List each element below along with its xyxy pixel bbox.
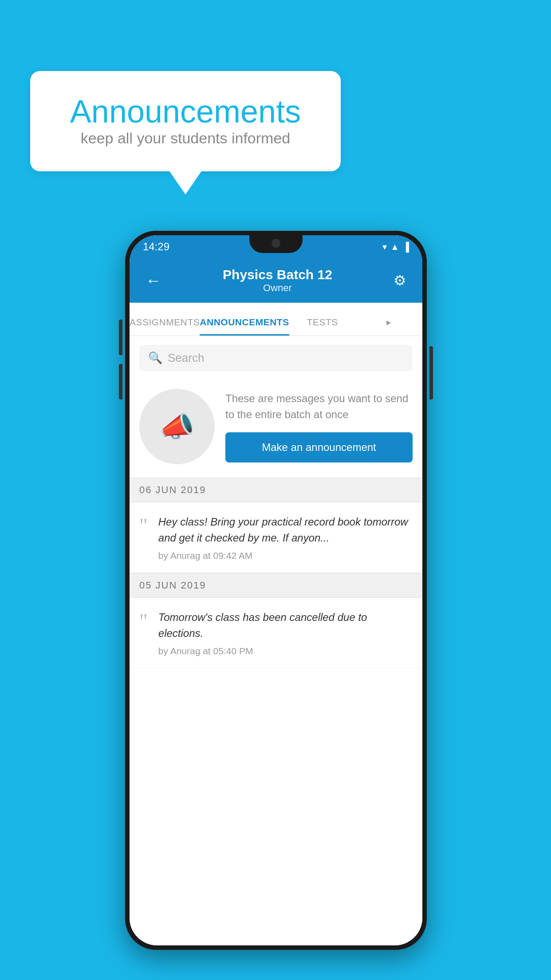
settings-button[interactable]: ⚙ bbox=[389, 268, 411, 293]
app-bar: ← Physics Batch 12 Owner ⚙ bbox=[130, 258, 422, 303]
back-button[interactable]: ← bbox=[141, 267, 166, 294]
message-meta-1: by Anurag at 09:42 AM bbox=[158, 550, 252, 561]
notch bbox=[249, 235, 303, 253]
phone-wrapper: 14:29 ▾ ▲ ▐ ← Physics Batch 12 Owner ⚙ bbox=[32, 231, 520, 950]
message-text-1: Hey class! Bring your practical record b… bbox=[158, 514, 413, 546]
announcement-item-1[interactable]: " Hey class! Bring your practical record… bbox=[130, 502, 422, 573]
search-bar[interactable]: 🔍 Search bbox=[139, 345, 413, 371]
message-content-2: Tomorrow's class has been cancelled due … bbox=[158, 609, 413, 656]
speech-bubble-container: Announcements keep all your students inf… bbox=[30, 71, 341, 171]
bubble-title: Announcements bbox=[70, 94, 301, 129]
date-separator-1: 06 JUN 2019 bbox=[130, 478, 422, 502]
tab-assignments[interactable]: ASSIGNMENTS bbox=[130, 317, 200, 336]
date-separator-2: 05 JUN 2019 bbox=[130, 573, 422, 598]
message-text-2: Tomorrow's class has been cancelled due … bbox=[158, 609, 413, 641]
app-bar-title: Physics Batch 12 bbox=[166, 267, 389, 282]
announcement-item-2[interactable]: " Tomorrow's class has been cancelled du… bbox=[130, 598, 422, 668]
content-area: 🔍 Search 📣 These are messages you want t… bbox=[130, 336, 422, 945]
speech-bubble: Announcements keep all your students inf… bbox=[30, 71, 341, 171]
wifi-icon: ▾ bbox=[382, 241, 387, 252]
app-bar-center: Physics Batch 12 Owner bbox=[166, 267, 389, 294]
search-placeholder: Search bbox=[168, 351, 204, 365]
tab-announcements[interactable]: ANNOUNCEMENTS bbox=[200, 317, 289, 336]
announcement-cta: 📣 These are messages you want to send to… bbox=[130, 380, 422, 478]
search-icon: 🔍 bbox=[148, 351, 162, 365]
message-content-1: Hey class! Bring your practical record b… bbox=[158, 514, 413, 561]
announcement-description: These are messages you want to send to t… bbox=[225, 391, 413, 423]
status-bar: 14:29 ▾ ▲ ▐ bbox=[130, 235, 422, 258]
make-announcement-button[interactable]: Make an announcement bbox=[225, 432, 413, 462]
message-meta-2: by Anurag at 05:40 PM bbox=[158, 646, 253, 656]
app-bar-subtitle: Owner bbox=[166, 282, 389, 294]
announcement-right: These are messages you want to send to t… bbox=[225, 391, 413, 462]
signal-icon: ▲ bbox=[390, 242, 399, 252]
phone: 14:29 ▾ ▲ ▐ ← Physics Batch 12 Owner ⚙ bbox=[125, 231, 427, 950]
megaphone-icon: 📣 bbox=[159, 410, 195, 443]
battery-icon: ▐ bbox=[403, 242, 409, 252]
camera-notch bbox=[272, 239, 280, 248]
tabs-bar: ASSIGNMENTS ANNOUNCEMENTS TESTS ▸ bbox=[130, 303, 422, 336]
quote-icon-2: " bbox=[139, 611, 148, 632]
tab-tests[interactable]: TESTS bbox=[289, 317, 356, 336]
volume-down-button[interactable] bbox=[119, 364, 122, 399]
status-time: 14:29 bbox=[143, 241, 169, 253]
bubble-subtitle: keep all your students informed bbox=[81, 130, 290, 146]
phone-screen: 14:29 ▾ ▲ ▐ ← Physics Batch 12 Owner ⚙ bbox=[130, 235, 422, 945]
tab-more[interactable]: ▸ bbox=[356, 317, 422, 336]
quote-icon-1: " bbox=[139, 516, 148, 536]
volume-up-button[interactable] bbox=[119, 320, 122, 355]
megaphone-circle: 📣 bbox=[139, 389, 215, 464]
power-button[interactable] bbox=[429, 346, 433, 399]
status-icons: ▾ ▲ ▐ bbox=[382, 241, 409, 252]
